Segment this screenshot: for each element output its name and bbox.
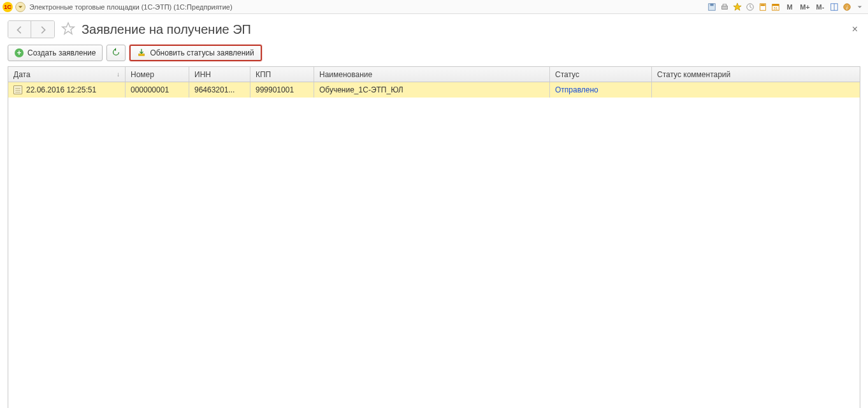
system-bar: 1C Электронные торговые площадки (1С-ЭТП… (0, 0, 868, 14)
column-header-name[interactable]: Наименование (314, 67, 550, 82)
nav-row: Заявление на получение ЭП × (0, 14, 868, 45)
panels-icon[interactable] (828, 1, 840, 13)
sort-descending-icon: ↓ (117, 71, 120, 78)
forward-button[interactable] (31, 21, 54, 38)
logo-1c-icon: 1C (3, 2, 13, 12)
memory-m-button[interactable]: M (783, 1, 797, 13)
svg-rect-6 (761, 4, 765, 6)
create-button-label: Создать заявление (27, 48, 96, 57)
history-icon[interactable] (744, 1, 756, 13)
print-icon[interactable] (719, 1, 730, 13)
close-button[interactable]: × (850, 21, 860, 38)
cell-kpp: 999901001 (250, 82, 314, 98)
app-menu-dropdown[interactable] (15, 2, 25, 12)
cell-name: Обучение_1С-ЭТП_ЮЛ (314, 82, 550, 98)
column-header-date[interactable]: Дата ↓ (8, 67, 126, 82)
svg-text:31: 31 (774, 5, 778, 10)
plus-icon: + (15, 48, 24, 57)
toolbar: + Создать заявление Обновить статусы зая… (0, 45, 868, 66)
refresh-button[interactable] (106, 45, 126, 61)
nav-buttons-group (8, 20, 55, 38)
app-title: Электронные торговые площадки (1С-ЭТП) (… (28, 3, 233, 11)
favorite-star-icon[interactable] (61, 22, 75, 38)
calendar-icon[interactable]: 31 (770, 1, 781, 13)
svg-rect-14 (139, 54, 145, 55)
star-favorite-icon[interactable] (732, 1, 743, 13)
document-icon (13, 85, 22, 94)
svg-rect-2 (722, 6, 728, 9)
table-header-row: Дата ↓ Номер ИНН КПП Наименование Статус… (8, 67, 860, 82)
cell-status: Отправлено (555, 85, 598, 94)
cell-status-comment (652, 82, 860, 98)
memory-m-minus-button[interactable]: M- (813, 1, 827, 13)
svg-rect-3 (723, 4, 726, 6)
column-header-status-comment[interactable]: Статус комментарий (652, 67, 860, 82)
page-title: Заявление на получение ЭП (82, 22, 251, 37)
memory-m-plus-button[interactable]: M+ (798, 1, 812, 13)
update-statuses-label: Обновить статусы заявлений (150, 48, 254, 57)
cell-number: 000000001 (126, 82, 189, 98)
table-row[interactable]: 22.06.2016 12:25:51 000000001 96463201..… (8, 82, 860, 98)
save-icon[interactable] (706, 1, 718, 13)
create-application-button[interactable]: + Создать заявление (8, 45, 103, 61)
info-dropdown-icon[interactable] (854, 1, 865, 13)
update-statuses-button[interactable]: Обновить статусы заявлений (129, 45, 261, 61)
download-icon (137, 48, 146, 59)
info-icon[interactable]: i (841, 1, 853, 13)
back-button[interactable] (8, 21, 31, 38)
svg-rect-1 (710, 3, 713, 6)
column-header-number[interactable]: Номер (126, 67, 189, 82)
cell-date: 22.06.2016 12:25:51 (26, 85, 96, 94)
applications-table: Дата ↓ Номер ИНН КПП Наименование Статус… (8, 66, 860, 408)
column-header-status[interactable]: Статус (550, 67, 652, 82)
calculator-icon[interactable] (757, 1, 769, 13)
column-header-kpp[interactable]: КПП (250, 67, 314, 82)
column-header-inn[interactable]: ИНН (189, 67, 250, 82)
refresh-icon (112, 48, 120, 59)
cell-inn: 96463201... (189, 82, 250, 98)
